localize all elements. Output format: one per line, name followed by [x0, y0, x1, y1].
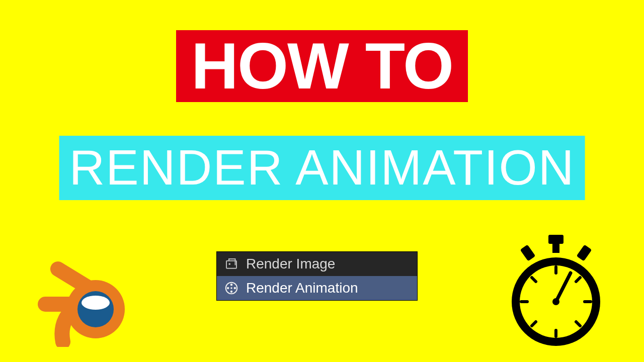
svg-point-4 [228, 263, 230, 265]
svg-rect-13 [520, 244, 536, 261]
menu-item-label: Render Image [246, 256, 335, 272]
title-render-animation: RENDER ANIMATION [59, 136, 585, 200]
svg-point-2 [82, 296, 110, 310]
menu-item-render-image[interactable]: Render Image [217, 252, 417, 276]
render-menu: Render Image Render Animation [216, 251, 418, 301]
render-animation-icon [224, 281, 239, 296]
stopwatch-icon [503, 234, 609, 349]
svg-point-6 [230, 284, 233, 286]
render-image-icon [224, 256, 239, 272]
svg-point-10 [230, 287, 232, 289]
svg-rect-14 [577, 244, 592, 261]
svg-point-9 [234, 287, 236, 290]
svg-point-7 [230, 291, 233, 293]
svg-rect-11 [548, 235, 564, 244]
title-how-to: HOW TO [176, 30, 468, 102]
blender-logo-icon [35, 246, 136, 347]
menu-item-render-animation[interactable]: Render Animation [217, 276, 417, 300]
svg-rect-12 [552, 243, 559, 253]
svg-point-8 [227, 287, 229, 290]
menu-item-label: Render Animation [246, 280, 358, 296]
